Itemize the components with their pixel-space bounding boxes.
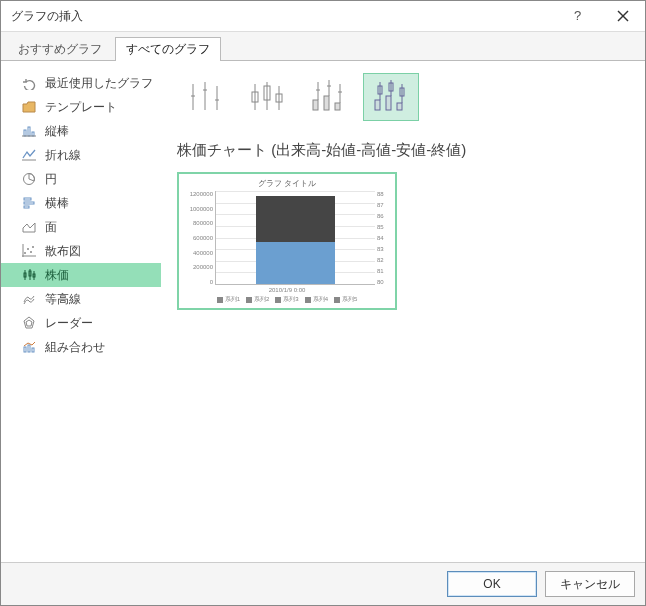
svg-rect-3	[24, 130, 26, 136]
sidebar-item-label: 横棒	[45, 195, 69, 212]
svg-point-12	[24, 252, 26, 254]
sidebar-item-line[interactable]: 折れ線	[1, 143, 161, 167]
svg-rect-43	[335, 103, 340, 110]
preview-title: グラフ タイトル	[183, 178, 391, 189]
cancel-button[interactable]: キャンセル	[545, 571, 635, 597]
sidebar-item-surface[interactable]: 等高線	[1, 287, 161, 311]
svg-point-14	[30, 251, 32, 253]
tab-recommended[interactable]: おすすめグラフ	[7, 37, 113, 61]
svg-rect-5	[32, 132, 34, 136]
preview-legend: 系列1 系列2 系列3 系列4 系列5	[183, 295, 391, 304]
svg-rect-41	[313, 100, 318, 110]
subtype-hlc[interactable]	[177, 73, 233, 121]
y-axis-right: 88 87 86 85 84 83 82 81 80	[375, 191, 391, 285]
sidebar-item-label: 組み合わせ	[45, 339, 105, 356]
sidebar-item-label: 面	[45, 219, 57, 236]
sidebar-item-templates[interactable]: テンプレート	[1, 95, 161, 119]
y-axis-left: 1200000 1000000 800000 600000 400000 200…	[183, 191, 215, 285]
svg-point-15	[32, 246, 34, 248]
sidebar-item-scatter[interactable]: 散布図	[1, 239, 161, 263]
tabs: おすすめグラフ すべてのグラフ	[1, 32, 645, 61]
combo-chart-icon	[21, 339, 37, 355]
svg-rect-10	[24, 202, 34, 204]
scatter-chart-icon	[21, 243, 37, 259]
sidebar-item-column[interactable]: 縦棒	[1, 119, 161, 143]
sidebar-item-pie[interactable]: 円	[1, 167, 161, 191]
surface-chart-icon	[21, 291, 37, 307]
sidebar-item-bar[interactable]: 横棒	[1, 191, 161, 215]
tab-label: すべてのグラフ	[126, 41, 210, 58]
subtype-ohlc[interactable]	[239, 73, 295, 121]
sidebar-item-label: 縦棒	[45, 123, 69, 140]
svg-rect-11	[24, 206, 29, 208]
sidebar-item-stock[interactable]: 株価	[1, 263, 161, 287]
svg-rect-51	[386, 96, 391, 110]
titlebar: グラフの挿入 ?	[1, 1, 645, 32]
plot-area	[215, 191, 375, 285]
help-button[interactable]: ?	[557, 1, 601, 31]
chart-type-sidebar: 最近使用したグラフ テンプレート 縦棒 折れ線 円 横棒	[1, 61, 161, 562]
chart-subtype-name: 株価チャート (出来高-始値-高値-安値-終値)	[177, 141, 629, 160]
chart-preview[interactable]: グラフ タイトル 1200000 1000000 800000 600000 4…	[177, 172, 397, 310]
svg-rect-26	[24, 347, 26, 352]
line-chart-icon	[21, 147, 37, 163]
svg-marker-25	[26, 320, 32, 326]
svg-rect-28	[32, 348, 34, 352]
volume-bar-lower	[256, 242, 336, 284]
recent-icon	[21, 75, 37, 91]
sidebar-item-area[interactable]: 面	[1, 215, 161, 239]
preview-plot: 1200000 1000000 800000 600000 400000 200…	[183, 191, 391, 285]
main-panel: 株価チャート (出来高-始値-高値-安値-終値) グラフ タイトル 120000…	[161, 61, 645, 562]
insert-chart-dialog: グラフの挿入 ? おすすめグラフ すべてのグラフ 最近使用したグラフ テンプレー…	[0, 0, 646, 606]
svg-rect-52	[397, 103, 402, 110]
sidebar-item-label: レーダー	[45, 315, 93, 332]
column-chart-icon	[21, 123, 37, 139]
sidebar-item-label: 等高線	[45, 291, 81, 308]
pie-chart-icon	[21, 171, 37, 187]
sidebar-item-label: 円	[45, 171, 57, 188]
tab-all[interactable]: すべてのグラフ	[115, 37, 221, 61]
preview-x-label: 2010/1/9 0:00	[183, 287, 391, 293]
svg-rect-4	[28, 127, 30, 136]
svg-rect-42	[324, 96, 329, 110]
svg-text:?: ?	[574, 9, 581, 23]
ok-button[interactable]: OK	[447, 571, 537, 597]
close-button[interactable]	[601, 1, 645, 31]
sidebar-item-label: 散布図	[45, 243, 81, 260]
sidebar-item-combo[interactable]: 組み合わせ	[1, 335, 161, 359]
bar-chart-icon	[21, 195, 37, 211]
tab-label: おすすめグラフ	[18, 41, 102, 58]
sidebar-item-label: 最近使用したグラフ	[45, 75, 153, 92]
volume-bar-upper	[256, 196, 336, 243]
svg-rect-27	[28, 345, 30, 352]
subtype-vohlc[interactable]	[363, 73, 419, 121]
svg-rect-9	[24, 198, 31, 200]
sidebar-item-radar[interactable]: レーダー	[1, 311, 161, 335]
sidebar-item-label: 株価	[45, 267, 69, 284]
sidebar-item-label: 折れ線	[45, 147, 81, 164]
chart-subtype-row	[177, 73, 629, 121]
window-title: グラフの挿入	[11, 8, 557, 25]
radar-chart-icon	[21, 315, 37, 331]
sidebar-item-recent[interactable]: 最近使用したグラフ	[1, 71, 161, 95]
dialog-footer: OK キャンセル	[1, 562, 645, 605]
subtype-vhlc[interactable]	[301, 73, 357, 121]
svg-rect-50	[375, 100, 380, 110]
sidebar-item-label: テンプレート	[45, 99, 117, 116]
area-chart-icon	[21, 219, 37, 235]
svg-point-13	[27, 248, 29, 250]
stock-chart-icon	[21, 267, 37, 283]
folder-icon	[21, 99, 37, 115]
